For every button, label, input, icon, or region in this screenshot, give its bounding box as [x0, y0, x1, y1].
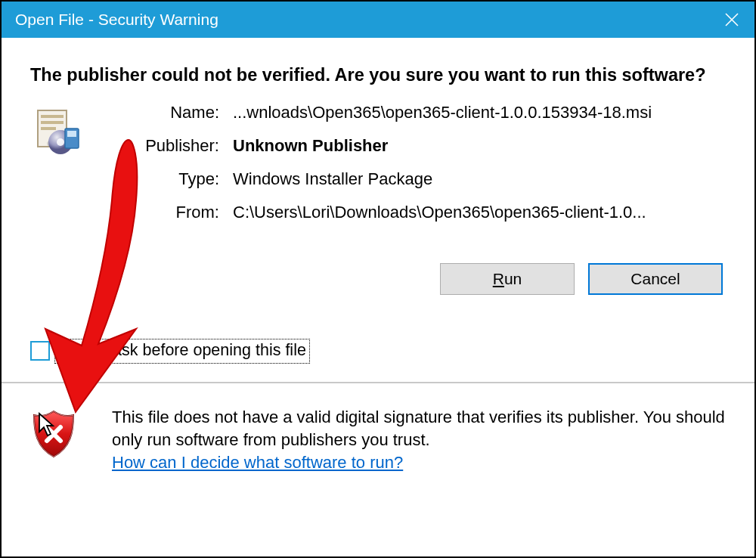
run-hotkey: R — [493, 270, 504, 287]
dialog-content: The publisher could not be verified. Are… — [2, 38, 754, 364]
close-icon — [725, 13, 739, 26]
close-button[interactable] — [709, 2, 754, 38]
always-ask-label[interactable]: Always ask before opening this file — [54, 339, 310, 364]
svg-point-8 — [57, 138, 64, 146]
installer-icon — [30, 106, 85, 160]
svg-rect-3 — [41, 115, 64, 118]
publisher-value: Unknown Publisher — [233, 136, 726, 156]
type-label: Type: — [121, 169, 219, 189]
cancel-button[interactable]: Cancel — [588, 263, 723, 295]
help-link[interactable]: How can I decide what software to run? — [112, 453, 403, 472]
shield-warning-icon — [30, 409, 77, 459]
run-button[interactable]: Run — [440, 263, 575, 295]
name-value: ...wnloads\Open365\open365-client-1.0.0.… — [233, 103, 726, 122]
footer-warning-text: This file does not have a valid digital … — [112, 408, 725, 449]
warning-heading: The publisher could not be verified. Are… — [30, 64, 726, 88]
from-value: C:\Users\Lori\Downloads\Open365\open365-… — [233, 203, 726, 222]
publisher-label: Publisher: — [121, 136, 219, 156]
type-value: Windows Installer Package — [233, 169, 726, 189]
svg-rect-5 — [41, 127, 56, 130]
svg-rect-4 — [41, 121, 64, 124]
footer: This file does not have a valid digital … — [2, 383, 754, 475]
always-ask-checkbox[interactable] — [30, 341, 50, 361]
svg-rect-10 — [67, 131, 76, 137]
run-label-rest: un — [504, 270, 522, 287]
name-label: Name: — [121, 103, 219, 122]
from-label: From: — [121, 203, 219, 222]
window-title: Open File - Security Warning — [15, 11, 218, 29]
titlebar: Open File - Security Warning — [2, 2, 754, 38]
cancel-label: Cancel — [631, 270, 680, 288]
